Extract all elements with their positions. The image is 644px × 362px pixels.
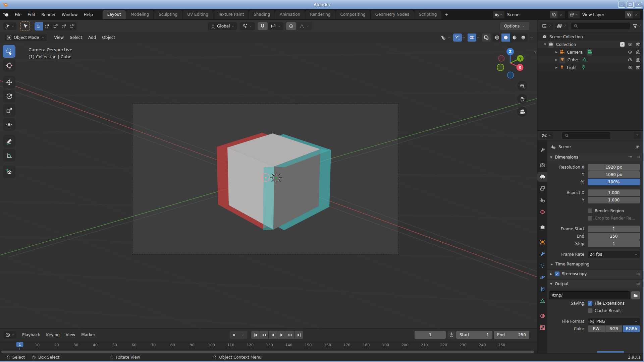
frame-tick-110[interactable]: 110 [227,343,234,347]
properties-tab-object[interactable] [537,237,547,247]
select-mode-invert[interactable] [60,22,68,31]
checkbox-cache-result[interactable] [588,308,592,313]
tool-cursor[interactable] [3,59,15,72]
frame-ruler[interactable]: 1102030405060708090100110120130140150160… [0,341,537,350]
frame-tick-70[interactable]: 70 [151,343,156,347]
value-field[interactable]: 100% [588,179,640,185]
tab-shading[interactable]: Shading [249,10,275,19]
checkbox-render-region[interactable] [588,208,592,213]
properties-tab-render[interactable] [537,160,547,170]
outliner-filter-mode-dropdown[interactable] [555,22,568,30]
disable-in-renders-toggle[interactable] [636,42,641,47]
frame-tick-170[interactable]: 170 [343,343,351,347]
tool-select-box[interactable] [3,45,15,58]
tab-compositing[interactable]: Compositing [335,10,370,19]
menu-help[interactable]: Help [80,11,96,18]
viewport-menu-view[interactable]: View [51,34,67,41]
properties-tab-modifiers[interactable] [537,249,547,259]
checkbox-crop-to-render-re-[interactable] [588,216,592,221]
tab-geometry-nodes[interactable]: Geometry Nodes [371,10,414,19]
checkbox-file-extensions[interactable]: ✓ [588,301,592,306]
properties-tab-constraints[interactable] [537,284,547,294]
gizmo-neg-z[interactable] [507,72,514,78]
transport-prev-keyframe[interactable] [260,331,268,339]
timeline-menu-view[interactable]: View [63,331,78,339]
active-tool-dropdown[interactable] [3,22,16,30]
frame-tick-10[interactable]: 10 [35,343,40,347]
menu-file[interactable]: File [12,11,24,18]
gizmo-neg-y[interactable] [497,64,504,71]
viewport-canvas[interactable]: Camera Perspective (1) Collection | Cube… [0,43,537,328]
hide-in-viewport-toggle[interactable] [628,50,633,55]
gizmos-toggle[interactable] [453,34,462,42]
dimensions-panel-header[interactable]: ▼ Dimensions [547,153,644,161]
viewport-menu-select[interactable]: Select [67,34,85,41]
value-field[interactable]: 1 [588,240,640,247]
expand-arrow[interactable]: ▶ [555,58,559,61]
frame-tick-50[interactable]: 50 [112,343,117,347]
frame-tick-210[interactable]: 210 [421,343,428,347]
browse-folder-button[interactable] [631,291,640,299]
tool-measure[interactable] [3,149,15,162]
output-path-field[interactable]: /tmp/ [549,291,630,299]
outliner-row-cube[interactable]: ▶Cube [537,56,644,64]
frame-tick-40[interactable]: 40 [93,343,98,347]
overlays-toggle[interactable] [468,34,476,42]
expand-arrow[interactable]: ▼ [544,43,548,46]
shading-wireframe-button[interactable] [493,34,501,42]
frame-tick-150[interactable]: 150 [305,343,312,347]
scene-unlink-button[interactable] [557,11,565,18]
value-field[interactable]: 250 [588,233,640,240]
use-preview-range-button[interactable] [447,331,455,339]
navigation-gizmo[interactable]: Z Y X [488,46,532,80]
tab-sculpting[interactable]: Sculpting [154,10,182,19]
view-layer-browse-button[interactable] [568,11,580,18]
xray-toggle[interactable] [482,34,491,42]
menu-edit[interactable]: Edit [24,11,38,18]
value-field[interactable]: 1 [588,226,640,232]
snap-toggle[interactable] [258,22,268,30]
tab-rendering[interactable]: Rendering [305,10,335,19]
select-mode-extend[interactable] [43,22,51,31]
frame-tick-160[interactable]: 160 [324,343,331,347]
sidebar-collapse-arrow[interactable]: ‹ [534,49,536,54]
timeline-editor-type-dropdown[interactable] [3,331,16,339]
minimize-button[interactable] [618,2,625,8]
expand-arrow[interactable]: ▶ [555,66,559,69]
tab-scripting[interactable]: Scripting [414,10,441,19]
frame-tick-230[interactable]: 230 [460,343,467,347]
select-mode-subtract[interactable] [51,22,60,31]
tool-scale[interactable] [3,104,15,117]
disable-in-renders-toggle[interactable] [636,50,641,55]
properties-tab-material[interactable] [537,311,547,321]
presets-icon[interactable] [628,155,633,160]
segment-rgba[interactable]: RGBA [623,325,640,332]
tool-annotate[interactable] [3,135,15,147]
keying-popover[interactable] [238,331,247,339]
tool-add-cube[interactable] [3,166,15,178]
outliner-search-input[interactable] [571,22,630,30]
tab-modeling[interactable]: Modeling [126,10,154,19]
value-field[interactable]: 1.000 [588,197,640,203]
pan-button[interactable] [517,94,527,104]
properties-search-input[interactable] [562,132,611,139]
proportional-falloff-dropdown[interactable] [297,22,312,30]
frame-tick-80[interactable]: 80 [170,343,175,347]
time-remapping-panel-header[interactable]: ▶ Time Remapping [551,260,644,268]
properties-tab-physics[interactable] [537,273,547,282]
shading-material-button[interactable] [510,34,519,42]
disable-in-renders-toggle[interactable] [636,65,641,70]
pin-icon[interactable] [635,144,640,149]
gizmo-neg-x[interactable] [498,55,504,61]
outliner-row-light[interactable]: ▶Light [537,64,644,71]
dropdown-field[interactable]: PNG [588,318,640,325]
show-object-types-button[interactable] [439,34,447,42]
transport-next-keyframe[interactable] [286,331,294,339]
snap-target-dropdown[interactable] [268,22,283,30]
frame-tick-30[interactable]: 30 [73,343,78,347]
close-button[interactable] [635,2,642,8]
timeline-menu-playback[interactable]: Playback [19,331,43,339]
properties-tab-data[interactable] [537,296,547,306]
orientation-dropdown[interactable]: Global [208,22,237,30]
properties-tab-view-layer[interactable] [537,184,547,193]
